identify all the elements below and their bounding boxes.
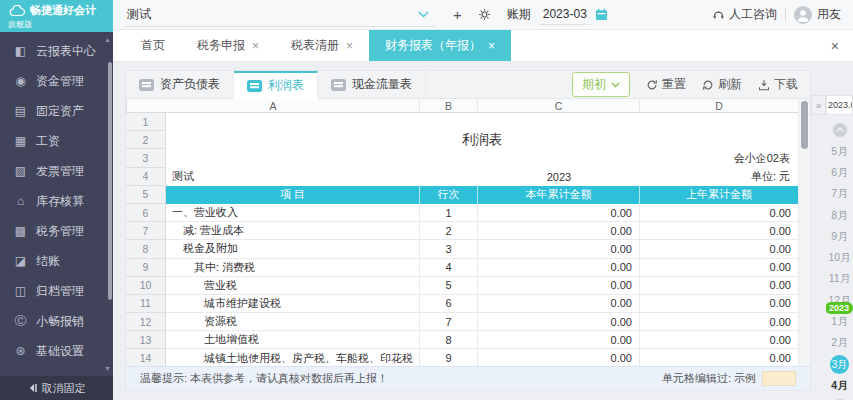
- year-cell[interactable]: 2023: [478, 168, 640, 186]
- period-value[interactable]: 2023-03: [539, 4, 591, 25]
- sheet-scrollbar-track[interactable]: [798, 99, 810, 366]
- sidebar-item[interactable]: ◪ 结账: [0, 246, 113, 276]
- item-cell[interactable]: 营业税: [166, 277, 420, 295]
- line-cell[interactable]: 7: [420, 313, 478, 331]
- calendar-icon[interactable]: [595, 8, 608, 21]
- sidebar-item[interactable]: ▨ 发票管理: [0, 156, 113, 186]
- month-item[interactable]: 7月: [831, 184, 847, 205]
- tab[interactable]: 税表清册 ×: [275, 30, 369, 61]
- row-number[interactable]: 10: [126, 277, 166, 295]
- month-item[interactable]: 1月: [831, 311, 847, 332]
- sidebar-item[interactable]: ◫ 归档管理: [0, 276, 113, 306]
- header-item[interactable]: 项 目: [166, 186, 420, 204]
- row-number[interactable]: 7: [126, 222, 166, 240]
- month-item[interactable]: 5月: [831, 141, 847, 162]
- row-number[interactable]: 12: [126, 313, 166, 331]
- item-cell[interactable]: 其中: 消费税: [166, 259, 420, 277]
- tab[interactable]: 首页: [125, 30, 181, 61]
- settings-gear-icon[interactable]: [478, 8, 491, 21]
- initial-balance-button[interactable]: 期初: [572, 72, 630, 97]
- add-account-button[interactable]: +: [453, 6, 462, 23]
- column-letter[interactable]: A: [127, 99, 420, 113]
- prior-amount-cell[interactable]: 0.00: [640, 204, 798, 222]
- row-number[interactable]: 13: [126, 331, 166, 349]
- month-item[interactable]: 8月: [831, 205, 847, 226]
- sidebar-item[interactable]: ⌂ 库存核算: [0, 186, 113, 216]
- month-item[interactable]: 9月: [831, 226, 847, 247]
- row-number[interactable]: 1: [126, 113, 166, 131]
- month-item[interactable]: 11月: [829, 269, 850, 290]
- current-amount-cell[interactable]: 0.00: [478, 295, 640, 313]
- current-amount-cell[interactable]: 0.00: [478, 222, 640, 240]
- sidebar-item[interactable]: Ⓒ 小畅报销: [0, 306, 113, 336]
- item-cell[interactable]: 减: 营业成本: [166, 222, 420, 240]
- prior-amount-cell[interactable]: 0.00: [640, 349, 798, 366]
- prior-amount-cell[interactable]: 0.00: [640, 331, 798, 349]
- current-amount-cell[interactable]: 0.00: [478, 240, 640, 258]
- unit-cell[interactable]: 单位: 元: [640, 168, 798, 186]
- reset-button[interactable]: 重置: [646, 76, 686, 93]
- tab[interactable]: 财务报表（年报） ×: [369, 30, 511, 61]
- sidebar-item[interactable]: ◉ 资金管理: [0, 66, 113, 96]
- item-cell[interactable]: 资源税: [166, 313, 420, 331]
- item-cell[interactable]: 土地增值税: [166, 331, 420, 349]
- row-number[interactable]: 11: [126, 295, 166, 313]
- line-cell[interactable]: 2: [420, 222, 478, 240]
- line-cell[interactable]: 1: [420, 204, 478, 222]
- month-item[interactable]: 10月: [828, 247, 850, 268]
- report-tab[interactable]: 资产负债表: [126, 71, 234, 98]
- company-select[interactable]: 测试: [125, 3, 435, 27]
- prior-amount-cell[interactable]: 0.00: [640, 222, 798, 240]
- item-cell[interactable]: 城镇土地使用税、房产税、车船税、印花税: [166, 349, 420, 366]
- line-cell[interactable]: 5: [420, 277, 478, 295]
- report-tab[interactable]: 利润表: [234, 71, 318, 99]
- download-button[interactable]: 下载: [758, 76, 798, 93]
- row-number[interactable]: 6: [126, 204, 166, 222]
- support-button[interactable]: 人工咨询: [712, 6, 777, 23]
- sidebar-item[interactable]: ▦ 工资: [0, 126, 113, 156]
- sidebar-item[interactable]: ⊛ 基础设置: [0, 336, 113, 366]
- item-cell[interactable]: 一、营业收入: [166, 204, 420, 222]
- column-letter[interactable]: B: [420, 99, 478, 113]
- line-cell[interactable]: 9: [420, 349, 478, 366]
- column-letter[interactable]: C: [478, 99, 640, 113]
- item-cell[interactable]: 税金及附加: [166, 240, 420, 258]
- empty-cell[interactable]: [166, 113, 798, 131]
- current-amount-cell[interactable]: 0.00: [478, 204, 640, 222]
- current-amount-cell[interactable]: 0.00: [478, 331, 640, 349]
- month-item[interactable]: 2月: [831, 333, 847, 354]
- line-cell[interactable]: 8: [420, 331, 478, 349]
- company-cell[interactable]: 测试: [166, 168, 420, 186]
- header-prior-amount[interactable]: 上年累计金额: [640, 186, 798, 204]
- rail-period-header[interactable]: 2023.03: [826, 95, 853, 115]
- line-cell[interactable]: 4: [420, 259, 478, 277]
- row-number[interactable]: 8: [126, 240, 166, 258]
- select-all-corner[interactable]: [126, 99, 127, 113]
- current-amount-cell[interactable]: 0.00: [478, 277, 640, 295]
- scroll-up-icon[interactable]: [833, 123, 847, 137]
- current-amount-cell[interactable]: 0.00: [478, 259, 640, 277]
- report-tab[interactable]: 现金流量表: [318, 71, 426, 98]
- current-amount-cell[interactable]: 0.00: [478, 313, 640, 331]
- sidebar-scroll-up-icon[interactable]: ▲: [104, 36, 111, 43]
- current-amount-cell[interactable]: 0.00: [478, 349, 640, 366]
- unpin-sidebar-button[interactable]: 取消固定: [0, 376, 113, 400]
- line-cell[interactable]: 3: [420, 240, 478, 258]
- sheet-scrollbar-thumb[interactable]: [801, 101, 808, 149]
- sidebar-item[interactable]: ▭: [0, 366, 113, 376]
- row-number[interactable]: 2: [126, 131, 166, 149]
- column-letter[interactable]: D: [640, 99, 798, 113]
- sidebar-item[interactable]: ▩ 税务管理: [0, 216, 113, 246]
- sidebar-scroll-down-icon[interactable]: ▼: [104, 365, 111, 372]
- month-item[interactable]: 6月: [831, 162, 847, 183]
- prior-amount-cell[interactable]: 0.00: [640, 240, 798, 258]
- form-code-cell[interactable]: 会小企02表: [166, 149, 798, 167]
- month-item[interactable]: 3月: [830, 354, 849, 375]
- tab[interactable]: 税务申报 ×: [181, 30, 275, 61]
- empty-cell[interactable]: [420, 168, 478, 186]
- month-item[interactable]: 4月: [831, 375, 847, 396]
- header-line[interactable]: 行次: [420, 186, 478, 204]
- close-icon[interactable]: ×: [817, 30, 853, 61]
- row-number[interactable]: 3: [126, 149, 166, 167]
- prior-amount-cell[interactable]: 0.00: [640, 277, 798, 295]
